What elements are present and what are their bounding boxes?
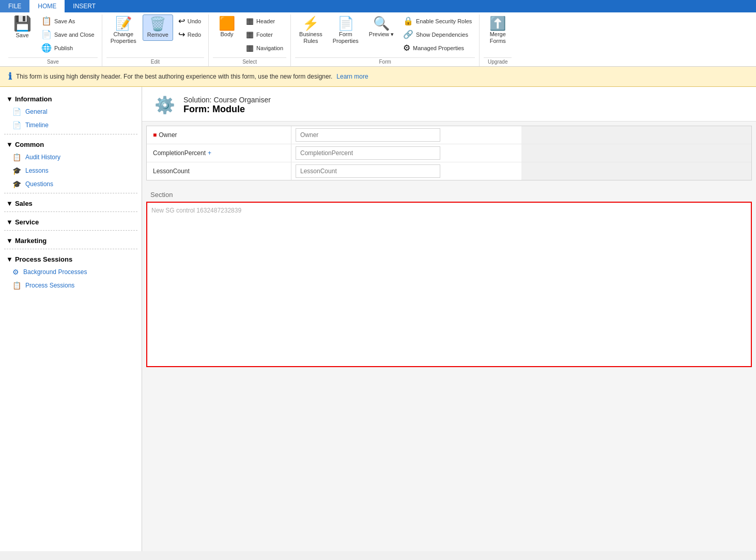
publish-icon: 🌐 xyxy=(41,43,52,53)
remove-label: Remove xyxy=(147,32,168,38)
content-area: ⚙️ Solution: Course Organiser Form: Modu… xyxy=(142,87,756,551)
ribbon-body: 💾 Save 📋 Save As 📄 Save and Close 🌐 Publ… xyxy=(0,12,756,66)
sidebar-section-service: ▼ Service xyxy=(0,214,142,228)
questions-label: Questions xyxy=(25,180,53,188)
ribbon-group-upgrade: ⬆️ Merge Forms Upgrade xyxy=(480,14,516,66)
completion-plus: + xyxy=(208,149,211,157)
sidebar-item-general[interactable]: 📄 General xyxy=(0,105,142,118)
sidebar-section-header-common[interactable]: ▼ Common xyxy=(0,137,142,150)
ribbon-group-edit: 📝 Change Properties 🗑️ Remove ↩ Undo ↪ R… xyxy=(102,14,209,66)
lessons-label: Lessons xyxy=(25,167,49,174)
sidebar-item-questions[interactable]: 🎓 Questions xyxy=(0,177,142,191)
edit-group-label: Edit xyxy=(106,57,204,66)
section-label-common: Common xyxy=(15,141,44,148)
publish-button[interactable]: 🌐 Publish xyxy=(38,41,98,54)
sidebar-item-process-sessions[interactable]: 📋 Process Sessions xyxy=(0,279,142,292)
tab-file[interactable]: FILE xyxy=(0,0,29,12)
merge-forms-button[interactable]: ⬆️ Merge Forms xyxy=(484,14,512,47)
lessoncount-input[interactable] xyxy=(296,164,440,178)
navigation-button[interactable]: ▦ Navigation xyxy=(243,41,286,54)
change-props-icon: 📝 xyxy=(115,17,132,30)
info-text: This form is using high density header. … xyxy=(16,73,332,80)
sg-control-box[interactable]: New SG control 1632487232839 xyxy=(146,202,752,367)
owner-field-cell xyxy=(291,126,521,144)
owner-extra-cell xyxy=(521,126,751,144)
undo-button[interactable]: ↩ Undo xyxy=(175,14,204,27)
sidebar-section-header-sales[interactable]: ▼ Sales xyxy=(0,195,142,209)
section-label-service: Service xyxy=(15,218,39,226)
solution-label: Solution: xyxy=(183,96,211,104)
sidebar-section-process-sessions: ▼ Process Sessions ⚙ Background Processe… xyxy=(0,251,142,292)
save-close-label: Save and Close xyxy=(54,32,95,38)
redo-button[interactable]: ↪ Redo xyxy=(175,28,204,41)
enable-security-button[interactable]: 🔒 Enable Security Roles xyxy=(400,14,475,27)
save-label: Save xyxy=(16,32,28,39)
select-group-label: Select xyxy=(213,57,286,66)
process-sessions-label: Process Sessions xyxy=(25,282,74,289)
sidebar-item-audit-history[interactable]: 📋 Audit History xyxy=(0,150,142,164)
sidebar-section-header-marketing[interactable]: ▼ Marketing xyxy=(0,233,142,247)
learn-more-link[interactable]: Learn more xyxy=(336,73,368,80)
table-row: CompletionPercent + xyxy=(147,144,751,162)
form-fields-section: ■ Owner CompletionPercent + xyxy=(146,126,752,180)
save-as-icon: 📋 xyxy=(41,16,52,26)
timeline-label: Timeline xyxy=(25,122,49,129)
tab-insert[interactable]: INSERT xyxy=(65,0,104,12)
upgrade-group-label: Upgrade xyxy=(484,57,512,66)
form-header-icon: ⚙️ xyxy=(155,95,175,115)
header-button[interactable]: ▦ Header xyxy=(243,14,286,27)
sidebar-item-background-processes[interactable]: ⚙ Background Processes xyxy=(0,265,142,279)
sidebar-item-timeline[interactable]: 📄 Timeline xyxy=(0,118,142,132)
general-icon: 📄 xyxy=(12,108,21,116)
sg-control-text: New SG control 1632487232839 xyxy=(151,207,241,214)
info-icon: ℹ xyxy=(8,71,12,82)
general-label: General xyxy=(25,108,48,115)
undo-label: Undo xyxy=(188,18,201,24)
save-button[interactable]: 💾 Save xyxy=(8,14,36,41)
ribbon-group-form: ⚡ Business Rules 📄 Form Properties 🔍 Pre… xyxy=(291,14,480,66)
show-dependencies-button[interactable]: 🔗 Show Dependencies xyxy=(400,28,475,41)
divider-4 xyxy=(4,230,137,231)
form-name-text: Form: Module xyxy=(183,104,271,115)
show-dependencies-icon: 🔗 xyxy=(403,29,413,39)
completion-label: CompletionPercent xyxy=(153,149,206,157)
section-arrow-information: ▼ xyxy=(6,95,13,103)
preview-button[interactable]: 🔍 Preview ▾ xyxy=(365,14,398,40)
save-as-label: Save As xyxy=(54,18,75,24)
preview-label: Preview ▾ xyxy=(369,31,394,38)
footer-button[interactable]: ▦ Footer xyxy=(243,28,286,41)
sidebar-section-header-information[interactable]: ▼ Information xyxy=(0,91,142,105)
form-header-text: Solution: Course Organiser Form: Module xyxy=(183,96,271,115)
show-dependencies-label: Show Dependencies xyxy=(416,32,468,38)
info-bar: ℹ This form is using high density header… xyxy=(0,67,756,87)
body-icon: 🟧 xyxy=(219,17,235,30)
save-as-button[interactable]: 📋 Save As xyxy=(38,14,98,27)
divider-3 xyxy=(4,211,137,212)
save-close-icon: 📄 xyxy=(41,29,52,39)
owner-input[interactable] xyxy=(296,128,440,142)
questions-icon: 🎓 xyxy=(12,180,21,188)
change-properties-button[interactable]: 📝 Change Properties xyxy=(106,14,141,47)
owner-required-indicator: ■ xyxy=(153,131,157,139)
sidebar-section-header-process-sessions[interactable]: ▼ Process Sessions xyxy=(0,251,142,265)
form-name: Module xyxy=(212,104,245,114)
sidebar-section-header-service[interactable]: ▼ Service xyxy=(0,214,142,228)
form-properties-label: Form Properties xyxy=(333,31,359,44)
solution-text: Solution: Course Organiser xyxy=(183,96,271,104)
save-close-button[interactable]: 📄 Save and Close xyxy=(38,28,98,41)
tab-home[interactable]: HOME xyxy=(29,0,65,12)
form-properties-button[interactable]: 📄 Form Properties xyxy=(329,14,363,47)
divider-2 xyxy=(4,193,137,193)
remove-button[interactable]: 🗑️ Remove xyxy=(143,14,173,41)
publish-label: Publish xyxy=(54,45,73,51)
managed-properties-button[interactable]: ⚙ Managed Properties xyxy=(400,41,475,54)
form-label: Form: xyxy=(183,104,210,114)
sidebar-item-lessons[interactable]: 🎓 Lessons xyxy=(0,164,142,177)
form-group-label: Form xyxy=(295,57,475,66)
business-rules-button[interactable]: ⚡ Business Rules xyxy=(295,14,327,47)
section-label: Section xyxy=(142,185,756,202)
body-button[interactable]: 🟧 Body xyxy=(213,14,241,40)
completion-input[interactable] xyxy=(296,146,440,160)
footer-icon: ▦ xyxy=(246,29,254,39)
lessoncount-label: LessonCount xyxy=(153,168,190,175)
